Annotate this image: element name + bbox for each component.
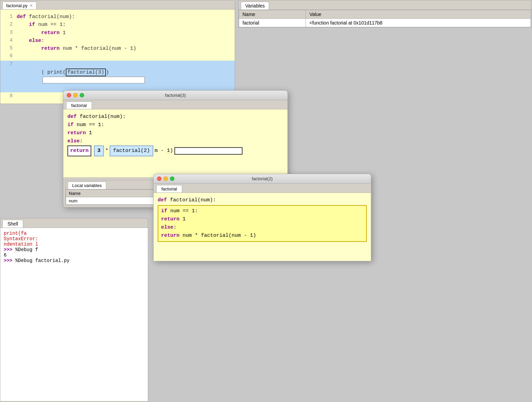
main-editor: factorial.py ✕ 1 def factorial(num): 2 i… xyxy=(0,0,235,104)
debug-tab-factorial-1[interactable]: factorial xyxy=(66,102,92,109)
var-value-cell: <function factorial at 0x101d117b8 xyxy=(306,19,531,27)
code-line-7: 7 | print(factorial(3)) xyxy=(0,61,235,92)
close-button-icon-2[interactable] xyxy=(157,176,161,181)
debug-code-area-1: def factorial(num): if num == 1: return … xyxy=(63,109,287,177)
table-row: factorial <function factorial at 0x101d1… xyxy=(239,19,531,27)
code-line-5: 5 return num * factorial(num - 1) xyxy=(0,45,235,52)
d2line-3: return 1 xyxy=(161,215,363,223)
d2line-4: else: xyxy=(161,223,363,232)
debug-tab-bar-1: factorial xyxy=(63,100,287,109)
shell-tab-bar: Shell xyxy=(0,218,148,228)
shell-line-2: SyntaxError: xyxy=(4,236,144,242)
shell-line-5: 6 xyxy=(4,252,144,258)
close-button-icon[interactable] xyxy=(67,93,71,97)
maximize-button-icon[interactable] xyxy=(80,93,84,97)
dline-2: if num == 1: xyxy=(67,121,283,129)
main-tab-label: factorial.py xyxy=(6,3,28,8)
code-line-1: 1 def factorial(num): xyxy=(0,13,235,21)
shell-line-6: >>> %Debug factorial.py xyxy=(4,258,144,263)
dline-3: return 1 xyxy=(67,129,283,137)
shell-line-4: >>> %Debug f xyxy=(4,247,144,252)
variables-table: Name Value factorial <function factorial… xyxy=(239,10,531,27)
code-line-4: 4 else: xyxy=(0,37,235,45)
code-line-6: 6 xyxy=(0,52,235,60)
debug-tab-bar-2: factorial xyxy=(154,184,371,193)
minimize-button-icon-2[interactable] xyxy=(163,176,168,181)
d2line-2: if num == 1: xyxy=(161,207,363,215)
variables-panel: Variables Name Value factorial <function… xyxy=(238,0,531,28)
shell-content: print(fa SyntaxError: ndentation l >>> %… xyxy=(0,228,148,401)
debug-titlebar-factorial2: factorial(2) xyxy=(154,174,371,184)
shell-line-3: ndentation l xyxy=(4,242,144,247)
d2-highlighted-block: if num == 1: return 1 else: return num *… xyxy=(158,205,367,242)
minimize-button-icon[interactable] xyxy=(73,93,78,97)
debug-code-area-2: def factorial(num): if num == 1: return … xyxy=(154,193,371,261)
local-tab[interactable]: Local variables xyxy=(68,182,106,189)
input-overlay[interactable] xyxy=(43,77,145,83)
d2line-1: def factorial(num): xyxy=(158,196,367,204)
var-name-cell: factorial xyxy=(239,19,306,27)
code-line-2: 2 if num == 1: xyxy=(0,21,235,29)
shell-panel: Shell print(fa SyntaxError: ndentation l… xyxy=(0,218,148,402)
traffic-lights-2 xyxy=(157,176,174,181)
d2line-5: return num * factorial(num - 1) xyxy=(161,232,363,240)
debug-window-factorial2: factorial(2) factorial def factorial(num… xyxy=(153,174,371,261)
dline-5: return 3 * factorial(2) m - 1) xyxy=(67,145,283,156)
close-tab-icon[interactable]: ✕ xyxy=(30,3,33,8)
main-tab-bar: factorial.py ✕ xyxy=(0,0,235,10)
debug-title-factorial2: factorial(2) xyxy=(252,176,272,181)
shell-line-1: print(fa xyxy=(4,231,144,236)
var-col-value: Value xyxy=(306,10,531,19)
debug-title-factorial3: factorial(3) xyxy=(165,93,186,98)
traffic-lights-1 xyxy=(67,93,84,97)
maximize-button-icon-2[interactable] xyxy=(170,176,174,181)
variables-tab[interactable]: Variables xyxy=(241,2,269,10)
var-col-name: Name xyxy=(239,10,306,19)
variables-tab-bar: Variables xyxy=(239,0,531,10)
call-box-factorial3: factorial(3) xyxy=(66,68,106,76)
debug-tab-factorial-2[interactable]: factorial xyxy=(156,185,182,192)
main-code-area: 1 def factorial(num): 2 if num == 1: 3 r… xyxy=(0,10,235,104)
debug-titlebar-factorial3: factorial(3) xyxy=(63,91,287,100)
shell-tab[interactable]: Shell xyxy=(2,220,23,228)
return-bar: return xyxy=(67,145,91,156)
main-tab-factorial[interactable]: factorial.py ✕ xyxy=(2,2,36,9)
dline-1: def factorial(num): xyxy=(67,113,283,121)
code-line-3: 3 return 1 xyxy=(0,29,235,37)
dline-4: else: xyxy=(67,137,283,145)
